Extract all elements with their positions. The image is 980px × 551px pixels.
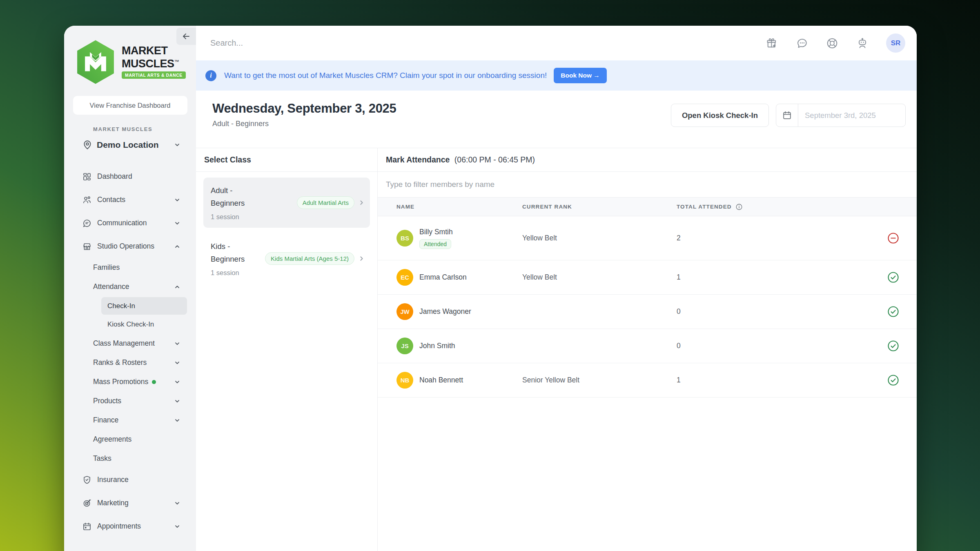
class-name: Adult - Beginners — [211, 184, 259, 209]
member-total-attended: 2 — [677, 234, 868, 242]
sidebar-item-products[interactable]: Products — [64, 391, 196, 411]
chevron-down-icon — [174, 220, 180, 227]
user-avatar[interactable]: SR — [886, 33, 905, 53]
avatar: JS — [396, 338, 413, 354]
date-input[interactable] — [798, 111, 905, 120]
location-pin-icon — [82, 140, 93, 150]
mark-attended-button[interactable] — [887, 340, 900, 352]
robot-icon — [856, 37, 869, 50]
chevron-down-icon — [174, 142, 180, 148]
class-card-kids-beginners[interactable]: Kids - Beginners 1 session Kids Martial … — [203, 233, 370, 284]
sidebar-item-dashboard[interactable]: Dashboard — [64, 165, 196, 188]
search-input[interactable] — [210, 38, 765, 48]
sidebar-item-agreements[interactable]: Agreements — [64, 430, 196, 449]
select-class-title: Select Class — [196, 148, 377, 172]
avatar: BS — [396, 230, 413, 247]
page-header: Wednesday, September 3, 2025 Adult - Beg… — [196, 91, 917, 148]
class-category-badge: Kids Martial Arts (Ages 5-12) — [265, 252, 354, 265]
member-rank: Senior Yellow Belt — [522, 376, 677, 384]
chevron-down-icon — [174, 398, 180, 404]
member-total-attended: 0 — [677, 342, 868, 350]
mark-attendance-title: Mark Attendance — [386, 155, 450, 164]
sidebar-item-appointments[interactable]: Appointments — [64, 515, 196, 538]
banner-message: Want to get the most out of Market Muscl… — [224, 71, 547, 80]
sidebar: MARKET MUSCLES™ MARTIAL ARTS & DANCE Vie… — [64, 26, 196, 551]
sidebar-item-contacts[interactable]: Contacts — [64, 188, 196, 211]
sidebar-item-kiosk-check-in[interactable]: Kiosk Check-In — [101, 315, 187, 333]
sidebar-item-studio-operations[interactable]: Studio Operations — [64, 235, 196, 258]
logo-tagline-badge: MARTIAL ARTS & DANCE — [122, 71, 186, 79]
table-row[interactable]: BS Billy Smtih Attended Yellow Belt 2 — [378, 216, 917, 260]
org-label: MARKET MUSCLES — [64, 126, 196, 132]
member-name: Emma Carlson — [419, 273, 467, 282]
avatar: JW — [396, 303, 413, 320]
mark-attended-button[interactable] — [887, 271, 900, 284]
table-row[interactable]: JW James Wagoner 0 — [378, 295, 917, 329]
book-now-button[interactable]: Book Now → — [554, 68, 607, 83]
mark-attended-button[interactable] — [887, 374, 900, 387]
mark-attendance-header: Mark Attendance (06:00 PM - 06:45 PM) — [378, 148, 917, 172]
avatar: NB — [396, 372, 413, 389]
help-button[interactable] — [826, 37, 839, 50]
sidebar-item-insurance[interactable]: Insurance — [64, 468, 196, 491]
table-row[interactable]: JS John Smith 0 — [378, 329, 917, 363]
sidebar-item-families[interactable]: Families — [64, 258, 196, 277]
shield-check-icon — [82, 475, 92, 485]
date-picker[interactable] — [776, 104, 906, 127]
info-circle-icon[interactable] — [735, 203, 743, 211]
info-icon: i — [205, 70, 216, 81]
member-filter-input[interactable] — [378, 172, 917, 197]
ai-assistant-button[interactable] — [856, 37, 869, 50]
page-subtitle: Adult - Beginners — [212, 120, 396, 128]
chevron-down-icon — [174, 500, 180, 507]
new-feature-dot — [152, 380, 156, 384]
logo-trademark: ™ — [174, 59, 179, 64]
logo-text-line1: MARKET — [122, 44, 168, 57]
member-name: Billy Smtih — [419, 228, 453, 236]
chevron-down-icon — [174, 417, 180, 424]
member-name: John Smith — [419, 342, 455, 350]
dashboard-icon — [82, 172, 92, 182]
communication-icon — [82, 218, 92, 228]
chevron-down-icon — [174, 340, 180, 347]
class-name: Kids - Beginners — [211, 240, 259, 265]
column-current-rank: CURRENT RANK — [522, 204, 677, 210]
calendar-icon — [82, 522, 92, 531]
onboarding-banner: i Want to get the most out of Market Mus… — [196, 60, 917, 91]
sidebar-item-ranks-rosters[interactable]: Ranks & Rosters — [64, 353, 196, 372]
sidebar-item-tasks[interactable]: Tasks — [64, 449, 196, 468]
table-row[interactable]: EC Emma Carlson Yellow Belt 1 — [378, 260, 917, 295]
back-arrow-icon — [181, 31, 191, 41]
sidebar-item-communication[interactable]: Communication — [64, 211, 196, 235]
class-category-badge: Adult Martial Arts — [297, 196, 354, 209]
messages-button[interactable] — [795, 37, 808, 50]
location-switcher[interactable]: Demo Location — [64, 136, 196, 154]
mark-attended-button[interactable] — [887, 305, 900, 318]
rewards-button[interactable] — [765, 37, 778, 50]
chevron-down-icon — [174, 523, 180, 530]
logo-hexagon-icon — [74, 39, 117, 85]
table-header: NAME CURRENT RANK TOTAL ATTENDED — [378, 197, 917, 216]
chevron-right-icon — [358, 255, 365, 262]
sidebar-item-attendance[interactable]: Attendance — [64, 277, 196, 296]
sidebar-collapse-button[interactable] — [176, 28, 196, 45]
view-franchise-dashboard-button[interactable]: View Franchise Dashboard — [73, 96, 187, 115]
sidebar-item-mass-promotions[interactable]: Mass Promotions — [64, 372, 196, 391]
market-muscles-logo: MARKET MUSCLES™ MARTIAL ARTS & DANCE — [64, 39, 196, 85]
class-card-adult-beginners[interactable]: Adult - Beginners 1 session Adult Martia… — [203, 178, 370, 228]
content-area: Select Class Adult - Beginners 1 session… — [196, 148, 917, 551]
sidebar-item-marketing[interactable]: Marketing — [64, 491, 196, 515]
sidebar-item-class-management[interactable]: Class Management — [64, 334, 196, 353]
chevron-down-icon — [174, 360, 180, 366]
remove-attendance-button[interactable] — [887, 232, 900, 244]
contacts-icon — [82, 195, 92, 205]
chat-bubble-icon — [795, 37, 808, 50]
select-class-panel: Select Class Adult - Beginners 1 session… — [196, 148, 378, 551]
storefront-icon — [82, 242, 92, 251]
sidebar-item-finance[interactable]: Finance — [64, 411, 196, 430]
table-row[interactable]: NB Noah Bennett Senior Yellow Belt 1 — [378, 363, 917, 398]
chevron-down-icon — [174, 197, 180, 203]
calendar-icon — [782, 110, 792, 120]
open-kiosk-check-in-button[interactable]: Open Kiosk Check-In — [671, 104, 769, 127]
sidebar-item-check-in[interactable]: Check-In — [101, 297, 187, 315]
